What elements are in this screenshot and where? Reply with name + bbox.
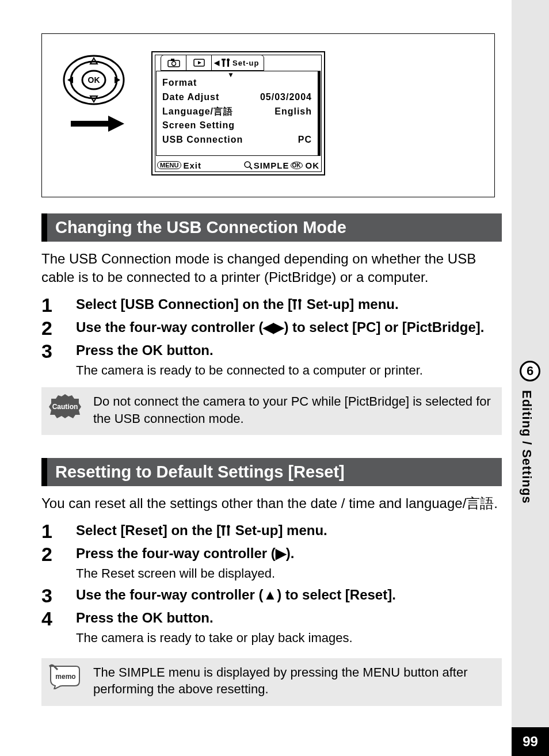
menu-item-label: Language/言語: [162, 105, 233, 119]
tools-icon: [222, 58, 231, 67]
svg-marker-9: [108, 116, 124, 132]
svg-rect-16: [222, 59, 226, 60]
page-number: 99: [523, 734, 538, 750]
svg-line-20: [250, 167, 252, 169]
step-2: 2 Use the four-way controller (◀▶) to se…: [41, 318, 502, 338]
svg-text:memo: memo: [55, 673, 75, 681]
steps-list: 1 Select [USB Connection] on the [ Set-u…: [41, 295, 502, 379]
step-title: Select [Reset] on the [ Set-up] menu.: [76, 521, 502, 540]
svg-text:OK: OK: [88, 75, 100, 85]
step-number: 1: [41, 521, 76, 541]
step-subtext: The Reset screen will be displayed.: [76, 565, 502, 582]
step-number: 1: [41, 295, 76, 315]
svg-rect-11: [171, 59, 174, 61]
menu-pill: MENU: [157, 161, 181, 169]
menu-item-value: PC: [298, 133, 312, 147]
step-title: Use the four-way controller (◀▶) to sele…: [76, 318, 502, 337]
step-title: Press the OK button.: [76, 341, 502, 360]
camera-tab-icon: [161, 55, 186, 70]
dpad-icon: OK: [59, 51, 128, 109]
step-title-post: Set-up] menu.: [231, 522, 327, 538]
svg-point-12: [171, 62, 176, 66]
play-tab-icon: [186, 55, 212, 70]
lcd-tabs: ◀ Set-up: [161, 55, 264, 71]
step-number: 3: [41, 586, 76, 605]
step-3: 3 Use the four-way controller (▲) to sel…: [41, 586, 502, 605]
magnify-icon: [243, 161, 253, 170]
illustration-box: OK: [41, 33, 495, 197]
memo-icon: memo: [47, 664, 83, 689]
intro-end: .: [494, 495, 498, 511]
lcd-tab-label: Set-up: [232, 59, 259, 67]
step-title-post: Set-up] menu.: [303, 296, 399, 312]
lcd-menu-body: Format Date Adjust05/03/2004 Language/言語…: [156, 71, 321, 156]
step-number: 2: [41, 544, 76, 564]
step-title: Press the four-way controller (▶).: [76, 544, 502, 563]
menu-item-label: Date Adjust: [162, 90, 219, 105]
step-number: 4: [41, 609, 76, 628]
tools-icon: [221, 525, 231, 536]
step-1: 1 Select [Reset] on the [ Set-up] menu.: [41, 521, 502, 541]
page-number-box: 99: [512, 727, 549, 756]
step-4: 4 Press the OK button. The camera is rea…: [41, 609, 502, 647]
menu-item-label: Screen Setting: [162, 119, 235, 133]
svg-rect-28: [221, 525, 226, 527]
svg-point-19: [245, 162, 250, 167]
memo-note: memo The SIMPLE menu is displayed by pre…: [41, 658, 502, 706]
svg-point-30: [227, 525, 230, 528]
step-number: 2: [41, 318, 76, 338]
section-intro: You can reset all the settings other tha…: [41, 494, 502, 513]
setup-tab: ◀ Set-up: [212, 55, 264, 70]
step-title-pre: Select [USB Connection] on the [: [76, 296, 292, 312]
step-3: 3 Press the OK button. The camera is rea…: [41, 341, 502, 379]
step-subtext: The camera is ready to be connected to a…: [76, 362, 502, 379]
ok-pill-icon: OK: [291, 162, 303, 169]
step-title-pre: Select [Reset] on the [: [76, 522, 221, 538]
tools-icon: [292, 299, 303, 310]
caution-note: Caution Do not connect the camera to you…: [41, 387, 502, 435]
menu-item-value: English: [274, 105, 312, 119]
svg-text:Caution: Caution: [52, 403, 78, 411]
lcd-screen: ◀ Set-up ▼ Format Date Adjust05/03/2004 …: [151, 51, 325, 175]
simple-label: SIMPLE: [254, 161, 289, 170]
memo-text: The SIMPLE menu is displayed by pressing…: [93, 664, 494, 698]
chapter-label: Editing / Settings: [519, 390, 534, 504]
svg-point-24: [298, 299, 302, 302]
arrow-right-icon: [59, 112, 134, 138]
steps-list: 1 Select [Reset] on the [ Set-up] menu. …: [41, 521, 502, 647]
section-heading: Resetting to Default Settings [Reset]: [41, 458, 502, 486]
step-title: Select [USB Connection] on the [ Set-up]…: [76, 295, 502, 314]
chapter-number: 6: [527, 364, 533, 379]
menu-item-label: USB Connection: [162, 133, 243, 147]
intro-text: You can reset all the settings other tha…: [41, 495, 466, 511]
step-number: 3: [41, 341, 76, 361]
exit-label: Exit: [183, 161, 201, 170]
ok-label: OK: [306, 161, 320, 170]
lcd-footer: MENU Exit SIMPLE OK OK: [157, 158, 319, 172]
step-title: Press the OK button.: [76, 609, 502, 627]
step-2: 2 Press the four-way controller (▶). The…: [41, 544, 502, 582]
svg-point-18: [227, 59, 230, 62]
intro-lang-glyph: 言語: [466, 495, 494, 511]
menu-item-value: 05/03/2004: [260, 90, 312, 105]
caution-text: Do not connect the camera to your PC whi…: [93, 393, 494, 427]
section-intro: The USB Connection mode is changed depen…: [41, 250, 502, 287]
section-heading: Changing the USB Connection Mode: [41, 213, 502, 242]
caution-icon: Caution: [47, 393, 83, 419]
svg-rect-22: [292, 299, 297, 301]
svg-marker-14: [198, 61, 201, 64]
step-title: Use the four-way controller (▲) to selec…: [76, 586, 502, 604]
step-subtext: The camera is ready to take or play back…: [76, 629, 502, 647]
menu-item-label: Format: [162, 76, 197, 90]
chapter-number-badge: 6: [520, 361, 540, 381]
step-1: 1 Select [USB Connection] on the [ Set-u…: [41, 295, 502, 315]
